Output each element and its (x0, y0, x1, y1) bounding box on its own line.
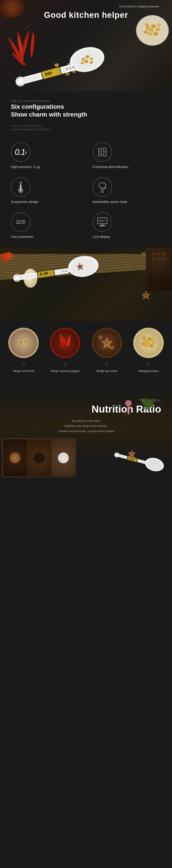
svg-rect-50 (20, 185, 21, 189)
food-arrow-child: ▽ (22, 362, 25, 368)
food-item-child: ▽ Weigh child food (4, 328, 43, 373)
detachable-icon-box (93, 177, 112, 197)
hero-section: 000 One scale for multiple purposes Good… (0, 0, 172, 91)
food-arrow-beans: ▽ (147, 362, 150, 368)
svg-point-118 (142, 342, 145, 345)
suspension-icon-box (11, 177, 30, 197)
config-item-high-precision: 0.1g High precision: 0.1g (11, 142, 79, 168)
suspension-label: Suspension design (11, 200, 39, 204)
svg-point-88 (10, 330, 37, 356)
svg-point-120 (142, 337, 146, 339)
svg-point-121 (152, 337, 155, 340)
config-small-label1: THE SIX CONFIGURATION (11, 100, 161, 102)
svg-point-91 (24, 338, 27, 341)
config-item-unit-conversion: Unit conversion (11, 212, 79, 239)
food-item-beans: ▽ Weighing beans (129, 328, 168, 373)
tomato-decor (0, 250, 13, 264)
svg-point-107 (105, 341, 108, 344)
svg-point-51 (19, 189, 22, 192)
precision-icon: 0.1g (11, 143, 30, 161)
svg-rect-97 (24, 341, 26, 342)
food-item-anise: ▽ Weigh star anise (88, 328, 126, 373)
config-title2: Show charm with strength (11, 111, 161, 118)
food-section: ▽ Weigh child food (0, 321, 172, 391)
food-label-anise: Weigh star anise (96, 369, 117, 373)
svg-point-52 (99, 183, 106, 188)
nutrition-desc1: Be equal to each other (11, 418, 161, 423)
svg-point-109 (99, 336, 101, 338)
svg-line-83 (5, 251, 6, 253)
nutrition-spoon: 0.00 (109, 446, 167, 477)
functional-label: Functional diversification (93, 165, 128, 168)
config-item-suspension: Suspension design (11, 177, 79, 204)
food-label-child: Weigh child food (13, 369, 34, 373)
wooden-tray-decor (146, 247, 172, 291)
precision-label: High precision: 0.1g (11, 165, 40, 168)
svg-line-84 (9, 251, 9, 252)
thermometer-icon (11, 178, 30, 196)
svg-point-132 (125, 400, 132, 406)
config-item-detachable: Detachable spoon head (93, 177, 161, 204)
nutrition-section: 0.00 (0, 391, 172, 477)
svg-line-8 (22, 26, 28, 30)
lcd-icon-box (93, 212, 112, 232)
green-leaf-decor (137, 395, 159, 413)
config-item-lcd: LCD display (93, 212, 161, 239)
svg-rect-96 (20, 341, 22, 343)
config-grid: 0.1g High precision: 0.1g Functional div… (11, 142, 161, 239)
pink-spoon-decor (124, 399, 133, 417)
svg-point-95 (17, 343, 19, 345)
lavender-decor: 🌿 (142, 252, 146, 256)
svg-rect-133 (128, 406, 129, 414)
svg-point-119 (146, 341, 150, 344)
svg-rect-58 (101, 224, 103, 225)
svg-point-93 (23, 344, 26, 346)
detachable-label: Detachable spoon head (93, 200, 127, 204)
food-arrow-anise: ▽ (105, 362, 108, 368)
svg-point-92 (27, 342, 29, 344)
svg-point-82 (6, 252, 13, 259)
hero-sub1: Assist baking (143, 23, 160, 26)
food-label-beans: Weighing beans (139, 369, 159, 373)
config-item-functional: Functional diversification (93, 142, 161, 168)
food-item-cayenne: ▽ Weigh cayenne pepper (46, 328, 84, 373)
food-circle-beans (133, 328, 164, 358)
nutrition-desc2: Redefine your brains new fashion, (11, 423, 161, 428)
hero-title: Good kitchen helper (0, 10, 172, 20)
lcd-label: LCD display (93, 235, 110, 239)
hero-top-text: One scale for multiple purposes (119, 5, 159, 8)
svg-point-115 (151, 340, 155, 344)
hero-divider: / (149, 27, 150, 30)
hero-sub2: Precise proportioning (137, 30, 163, 33)
food-label-cayenne: Weigh cayenne pepper (51, 369, 80, 373)
config-section: THE SIX CONFIGURATION Six configurations… (0, 91, 172, 247)
arrows-icon (11, 213, 30, 231)
svg-rect-57 (98, 218, 107, 224)
precision-icon-box: 0.1g (11, 142, 30, 162)
food-arrow-cayenne: ▽ (64, 362, 67, 368)
config-small-label2: THE SIX CONFIGURATION SHOW CHARM WITH ST… (11, 125, 161, 131)
food-circle-cayenne (50, 328, 80, 358)
functional-icon-box (93, 142, 112, 162)
nutrition-star-anise (126, 448, 137, 460)
wooden-spice-box (2, 438, 76, 477)
svg-marker-54 (24, 220, 25, 222)
unit-conversion-icon-box (11, 212, 30, 232)
nutrition-desc3: compact and accurate, a good kitchen hel… (11, 429, 161, 434)
svg-line-9 (28, 24, 33, 26)
food-grid: ▽ Weigh child food (4, 328, 168, 373)
svg-point-116 (149, 344, 153, 347)
svg-marker-56 (16, 222, 18, 224)
svg-point-86 (145, 294, 147, 296)
svg-rect-59 (100, 225, 105, 226)
grid-icon (93, 143, 112, 161)
svg-point-7 (30, 32, 35, 58)
svg-point-114 (147, 337, 152, 341)
config-title1: Six configurations (11, 103, 161, 110)
svg-point-94 (20, 343, 22, 345)
spoon-detach-icon (93, 178, 112, 196)
svg-point-111 (112, 346, 113, 348)
photo-section: 🌿 (0, 247, 172, 321)
unit-conversion-label: Unit conversion (11, 235, 33, 239)
food-circle-anise (92, 328, 122, 358)
